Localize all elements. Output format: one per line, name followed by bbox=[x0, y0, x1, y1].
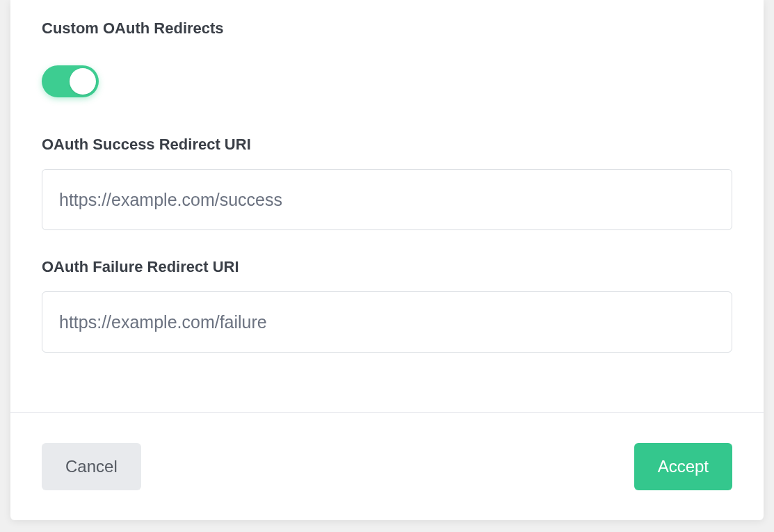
accept-button[interactable]: Accept bbox=[634, 443, 732, 490]
success-uri-field: OAuth Success Redirect URI bbox=[42, 136, 732, 230]
success-uri-label: OAuth Success Redirect URI bbox=[42, 136, 732, 154]
oauth-settings-modal: Custom OAuth Redirects OAuth Success Red… bbox=[10, 0, 764, 520]
failure-uri-field: OAuth Failure Redirect URI bbox=[42, 258, 732, 353]
cancel-button[interactable]: Cancel bbox=[42, 443, 141, 490]
modal-footer: Cancel Accept bbox=[10, 412, 764, 520]
modal-body: Custom OAuth Redirects OAuth Success Red… bbox=[10, 0, 764, 412]
success-uri-input[interactable] bbox=[42, 169, 732, 230]
custom-oauth-redirects-toggle[interactable] bbox=[42, 65, 99, 97]
toggle-slider bbox=[42, 65, 99, 97]
section-title: Custom OAuth Redirects bbox=[42, 19, 732, 38]
failure-uri-input[interactable] bbox=[42, 291, 732, 353]
failure-uri-label: OAuth Failure Redirect URI bbox=[42, 258, 732, 276]
